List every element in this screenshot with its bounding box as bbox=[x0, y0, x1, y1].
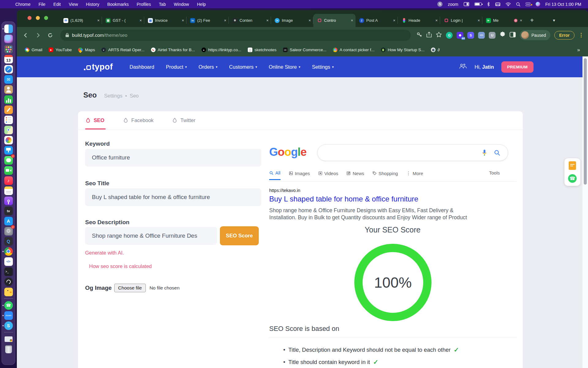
mic-icon[interactable] bbox=[481, 149, 488, 157]
tab-close-icon[interactable]: × bbox=[139, 18, 142, 23]
dock-obs[interactable] bbox=[2, 277, 15, 287]
dock-terminal[interactable]: >_ bbox=[2, 266, 15, 277]
tab-search-button[interactable]: ▾ bbox=[550, 16, 558, 25]
dock-whatsapp[interactable]: ☎ bbox=[2, 300, 15, 310]
grammarly-extension-icon[interactable]: G bbox=[446, 32, 453, 39]
password-key-icon[interactable] bbox=[416, 32, 422, 39]
gtab-images[interactable]: Images bbox=[289, 170, 310, 180]
tab-figma[interactable]: Heade× bbox=[398, 14, 440, 27]
extension-badge-44[interactable]: ◆44 bbox=[457, 32, 463, 39]
bookmark-startup[interactable]: How My Startup S... bbox=[381, 48, 424, 52]
dock-mail[interactable]: ✉ bbox=[2, 74, 15, 84]
tab-twitter[interactable]: Twitter bbox=[172, 117, 195, 123]
menu-item-help[interactable]: Help bbox=[197, 2, 206, 7]
dock-music[interactable]: ♪ bbox=[2, 175, 15, 186]
stripe-extension-icon[interactable]: S bbox=[467, 32, 474, 39]
scrollbar-thumb[interactable] bbox=[584, 58, 587, 185]
control-center-icon[interactable] bbox=[526, 2, 530, 6]
menu-item-history[interactable]: History bbox=[86, 2, 100, 7]
premium-button[interactable]: PREMIUM bbox=[501, 61, 533, 73]
share-icon[interactable] bbox=[426, 32, 432, 39]
menu-item-edit[interactable]: Edit bbox=[53, 2, 61, 7]
address-bar[interactable]: build.typof.com/theme/seo bbox=[60, 30, 411, 41]
keyboard-icon[interactable] bbox=[495, 2, 500, 6]
tab-login[interactable]: Login |× bbox=[440, 14, 482, 27]
dock-pages[interactable] bbox=[2, 105, 15, 115]
breadcrumb-settings[interactable]: Settings bbox=[104, 93, 123, 99]
tab-close-icon[interactable]: × bbox=[393, 18, 395, 23]
menu-item-file[interactable]: File bbox=[39, 2, 46, 7]
dock-settings[interactable]: 2⚙ bbox=[2, 226, 15, 236]
tab-facebook[interactable]: Facebook bbox=[123, 117, 153, 123]
gtab-shopping[interactable]: Shopping bbox=[372, 170, 398, 180]
reload-button[interactable] bbox=[46, 31, 55, 40]
docs-widget-button[interactable] bbox=[569, 161, 576, 170]
bookmark-arts-retail[interactable]: ◐ARTS Retail Oper... bbox=[101, 48, 144, 52]
tab-image[interactable]: ➤Image× bbox=[271, 14, 313, 27]
siri-icon[interactable] bbox=[536, 2, 540, 6]
seo-score-button[interactable]: SEO Score bbox=[220, 226, 259, 245]
tab-content[interactable]: ✳Conten× bbox=[229, 14, 271, 27]
dock-tv[interactable]: tv bbox=[2, 206, 15, 216]
tab-sheets-gst[interactable]: ▦GST - (× bbox=[102, 14, 144, 27]
forward-button[interactable] bbox=[33, 31, 43, 40]
code-extension-icon[interactable]: </> bbox=[478, 32, 485, 39]
dock-cyberduck[interactable] bbox=[2, 287, 15, 297]
bookmark-gmail[interactable]: Gmail bbox=[25, 48, 42, 52]
nav-customers[interactable]: Customers▾ bbox=[229, 64, 257, 70]
dock-messages[interactable]: 2 bbox=[2, 155, 15, 165]
tab-mail[interactable]: ✉(1,629)× bbox=[60, 14, 102, 27]
google-search-box[interactable] bbox=[317, 144, 508, 161]
nav-online-store[interactable]: Online Store▾ bbox=[269, 64, 300, 70]
dock-safari[interactable] bbox=[2, 64, 15, 74]
tab-close-icon[interactable]: × bbox=[351, 18, 353, 23]
dock-numbers[interactable] bbox=[2, 94, 15, 105]
tab-close-icon[interactable]: × bbox=[224, 18, 226, 23]
dock-maps[interactable] bbox=[2, 125, 15, 135]
back-button[interactable] bbox=[21, 31, 30, 40]
dock-trash[interactable] bbox=[2, 344, 15, 354]
generate-with-ai-link[interactable]: Generate with AI. bbox=[85, 250, 124, 256]
tab-seo[interactable]: SEO bbox=[85, 117, 104, 123]
bookmark-star-icon[interactable] bbox=[436, 32, 442, 39]
tab-close-icon[interactable]: × bbox=[97, 18, 100, 23]
wifi-icon[interactable] bbox=[506, 2, 511, 6]
close-window-button[interactable] bbox=[28, 16, 32, 20]
dock-reminders[interactable] bbox=[2, 115, 15, 125]
spotlight-search-icon[interactable] bbox=[516, 2, 520, 6]
seo-description-input[interactable]: Shop range home & Office Furniture Des bbox=[85, 227, 217, 245]
dock-calendar[interactable]: 13 bbox=[2, 54, 15, 64]
gtab-all[interactable]: All bbox=[269, 170, 281, 180]
gtab-videos[interactable]: Videos bbox=[318, 170, 338, 180]
tab-close-icon[interactable]: × bbox=[266, 18, 269, 23]
bookmark-saleor[interactable]: </>Saleor Commerce... bbox=[283, 48, 326, 52]
keyword-input[interactable]: Office furniture bbox=[85, 149, 261, 167]
profile-chip[interactable]: Paused bbox=[520, 30, 550, 40]
how-score-calculated-link[interactable]: How seo score is calculated bbox=[89, 263, 152, 269]
nav-dashboard[interactable]: Dashboard bbox=[130, 64, 154, 70]
zoom-window-button[interactable] bbox=[44, 16, 48, 20]
search-icon[interactable] bbox=[494, 149, 500, 156]
seo-title-input[interactable]: Buy L shaped table for home & office fur… bbox=[85, 188, 261, 206]
dock-quicktime[interactable]: Q bbox=[2, 236, 15, 246]
new-tab-button[interactable]: + bbox=[528, 16, 536, 25]
tab-invoice[interactable]: ▤Invoice× bbox=[144, 14, 187, 27]
minimize-window-button[interactable] bbox=[36, 16, 40, 20]
bookmarks-overflow-icon[interactable]: » bbox=[577, 47, 580, 53]
dock-photos[interactable] bbox=[2, 135, 15, 145]
bookmark-maps[interactable]: Maps bbox=[78, 48, 95, 52]
nav-orders[interactable]: Orders▾ bbox=[198, 64, 217, 70]
user-greeting[interactable]: Hi, Jatin bbox=[474, 64, 494, 70]
menu-clock[interactable]: Fri 13 Oct 1:00 PM bbox=[545, 2, 581, 7]
dock-keynote[interactable] bbox=[2, 145, 15, 155]
tab-close-icon[interactable]: × bbox=[477, 18, 480, 23]
bookmark-youtube[interactable]: ▶YouTube bbox=[49, 48, 72, 52]
extensions-puzzle-icon[interactable] bbox=[499, 32, 506, 39]
tab-close-icon[interactable]: × bbox=[520, 18, 522, 23]
side-panel-icon[interactable] bbox=[510, 32, 516, 39]
choose-file-button[interactable]: Choose file bbox=[114, 284, 146, 292]
dock-facetime[interactable] bbox=[2, 165, 15, 175]
bookmark-linktyp[interactable]: ▲https://linktyp.co... bbox=[202, 48, 241, 52]
dock-notes[interactable] bbox=[2, 186, 15, 196]
bluetooth-icon[interactable] bbox=[487, 2, 490, 6]
